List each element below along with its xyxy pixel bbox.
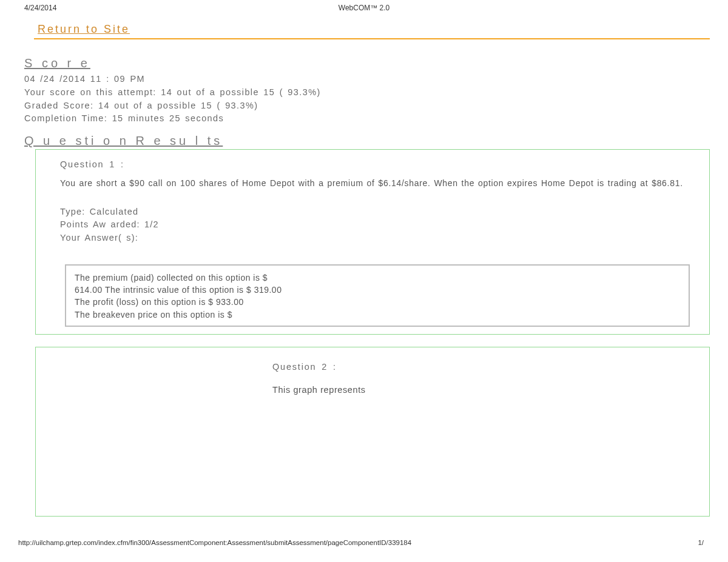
footer-page: 1/ (698, 539, 704, 546)
question-1-box: Question 1 : You are short a $90 call on… (35, 149, 710, 335)
question-1-your-answers-label: Your Answer( s): (60, 232, 702, 245)
question-2-box: Question 2 : This graph represents (35, 347, 710, 517)
question-2-title: Question 2 : (272, 362, 702, 372)
question-1-type: Type: Calculated (60, 206, 702, 219)
footer-url: http://uilchamp.grtep.com/index.cfm/fin3… (18, 539, 411, 546)
question-1-title: Question 1 : (60, 159, 702, 169)
score-timestamp: 04 /24 /2014 11 : 09 PM (24, 73, 710, 86)
score-section: S co r e 04 /24 /2014 11 : 09 PM Your sc… (24, 56, 710, 125)
question-results-heading: Q u e sti o n R e su l ts (24, 134, 710, 148)
question-1-text: You are short a $90 call on 100 shares o… (60, 178, 702, 190)
print-title: WebCOM™ 2.0 (339, 4, 389, 12)
print-date: 4/24/2014 (24, 4, 56, 12)
print-header: 4/24/2014 WebCOM™ 2.0 (0, 0, 728, 12)
graded-score-line: Graded Score: 14 out of a possible 15 ( … (24, 99, 710, 113)
print-footer: http://uilchamp.grtep.com/index.cfm/fin3… (0, 539, 728, 546)
question-2-text: This graph represents (272, 385, 702, 395)
question-1-answers-box: The premium (paid) collected on this opt… (65, 264, 690, 327)
your-score-line: Your score on this attempt: 14 out of a … (24, 86, 710, 99)
score-heading: S co r e (24, 56, 710, 70)
answer-line-1: The premium (paid) collected on this opt… (75, 272, 680, 284)
question-1-points: Points Aw arded: 1/2 (60, 218, 702, 232)
answer-line-3: The profit (loss) on this option is $ 93… (75, 296, 680, 308)
return-to-site-link[interactable]: Return to Site (38, 23, 130, 36)
answer-line-4: The breakeven price on this option is $ (75, 309, 680, 321)
divider (34, 38, 710, 39)
completion-time-line: Completion Time: 15 minutes 25 seconds (24, 112, 710, 125)
answer-line-2: 614.00 The intrinsic value of this optio… (75, 284, 680, 296)
